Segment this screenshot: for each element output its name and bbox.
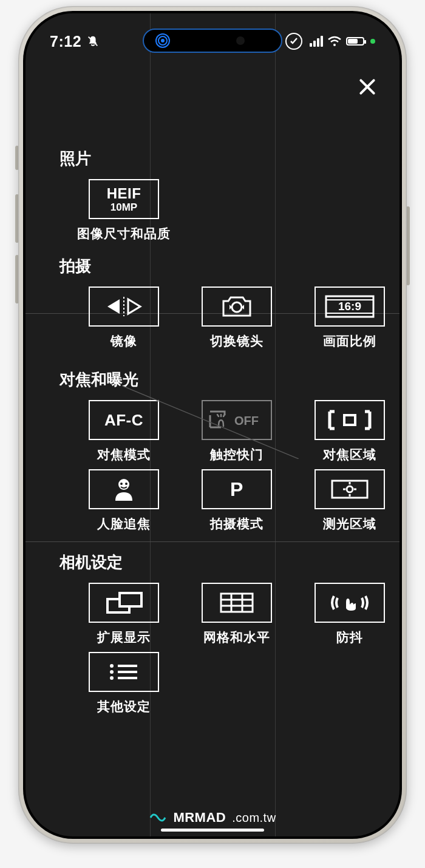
home-indicator[interactable] [161,829,264,832]
metering-button[interactable] [314,469,385,509]
af-mode-label: 对焦模式 [97,446,151,463]
image-quality-label: 图像尺寸和品质 [77,225,171,242]
aspect-button[interactable]: 16:9 [314,287,385,327]
image-quality-button[interactable]: HEIF 10MP [89,179,159,219]
tile-image-quality: HEIF 10MP 图像尺寸和品质 [75,179,172,242]
tile-mirror: 镜像 [75,287,172,350]
touch-shutter-icon: OFF [206,408,267,432]
shoot-mode-text: P [230,480,243,499]
section-title-capture: 拍摄 [59,256,370,277]
tile-ext-display: 扩展显示 [75,583,172,646]
section-title-focus: 对焦和曝光 [59,369,370,390]
tile-switch-lens: 切换镜头 [188,287,285,350]
svg-point-27 [110,664,114,668]
face-icon [112,476,136,502]
battery-icon [346,37,364,46]
privacy-dot-icon [370,39,375,44]
check-circle-icon [285,33,302,50]
svg-point-29 [110,676,114,680]
metering-label: 测光区域 [323,515,376,532]
tile-focus-area: 对焦区域 [301,400,398,463]
aspect-text: 16:9 [338,300,361,313]
tile-shoot-mode: P 拍摄模式 [188,469,285,532]
svg-point-28 [110,670,114,674]
stabilization-label: 防抖 [336,629,363,646]
wifi-icon [328,36,341,47]
svg-marker-3 [128,299,140,314]
svg-rect-21 [120,593,141,606]
heif-text: HEIF [107,186,141,201]
tile-grid-level: 网格和水平 [188,583,285,646]
stabilization-icon [328,590,372,615]
face-tracking-label: 人脸追焦 [97,515,151,532]
aspect-icon: 16:9 [324,293,376,320]
ext-display-label: 扩展显示 [97,629,151,646]
shoot-mode-label: 拍摄模式 [210,515,264,532]
focus-area-icon [324,408,376,432]
list-icon [106,660,142,684]
focus-area-label: 对焦区域 [323,446,376,463]
ext-display-button[interactable] [89,583,159,623]
tile-other-settings: 其他设定 [75,652,172,715]
other-settings-label: 其他设定 [97,698,151,715]
tile-aspect: 16:9 画面比例 [301,287,398,350]
watermark-brand: MRMAD [173,810,226,826]
camera-settings-app: 照片 HEIF 10MP 图像尺寸和品质 拍摄 [25,13,399,836]
mirror-button[interactable] [89,287,159,327]
switch-lens-label: 切换镜头 [210,333,264,350]
section-title-photo: 照片 [59,148,370,169]
aspect-label: 画面比例 [323,333,376,350]
other-settings-button[interactable] [89,652,159,692]
svg-marker-2 [107,299,120,314]
svg-rect-10 [344,415,355,425]
status-time: 7:12 [50,33,81,50]
close-button[interactable] [355,74,380,100]
touch-shutter-label: 触控快门 [210,446,264,463]
close-icon [358,77,377,97]
grid-level-label: 网格和水平 [203,629,270,646]
mirror-label: 镜像 [110,333,137,350]
phone-frame: 照片 HEIF 10MP 图像尺寸和品质 拍摄 [18,6,407,844]
metering-icon [327,476,372,503]
ext-display-icon [103,589,145,616]
grid-level-button[interactable] [202,583,272,623]
tile-face-tracking: 人脸追焦 [75,469,172,532]
tile-stabilization: 防抖 [301,583,398,646]
svg-text:OFF: OFF [234,414,259,427]
bell-off-icon [86,35,100,48]
status-bar: 7:12 [25,27,399,56]
camera-switch-icon [220,294,254,319]
svg-point-13 [125,483,127,485]
focus-area-button[interactable] [314,400,385,440]
resolution-text: 10MP [110,202,137,212]
af-mode-text: AF-C [104,412,143,428]
mirror-icon [103,296,145,317]
stabilization-button[interactable] [314,583,385,623]
tile-metering: 测光区域 [301,469,398,532]
switch-lens-button[interactable] [202,287,272,327]
signal-icon [310,36,323,47]
watermark-suffix: .com.tw [232,811,276,825]
grid-icon [217,590,256,615]
infinity-icon [149,811,167,824]
af-mode-button[interactable]: AF-C [89,400,159,440]
svg-point-34 [333,44,336,46]
screen: 照片 HEIF 10MP 图像尺寸和品质 拍摄 [25,13,399,836]
tile-af-mode: AF-C 对焦模式 [75,400,172,463]
face-tracking-button[interactable] [89,469,159,509]
touch-shutter-button[interactable]: OFF [202,400,272,440]
svg-point-15 [347,486,353,492]
shoot-mode-button[interactable]: P [202,469,272,509]
svg-point-12 [120,483,123,485]
section-title-camera: 相机设定 [59,552,370,573]
watermark: MRMAD .com.tw [25,810,399,826]
tile-touch-shutter: OFF 触控快门 [188,400,285,463]
svg-rect-22 [221,594,253,612]
